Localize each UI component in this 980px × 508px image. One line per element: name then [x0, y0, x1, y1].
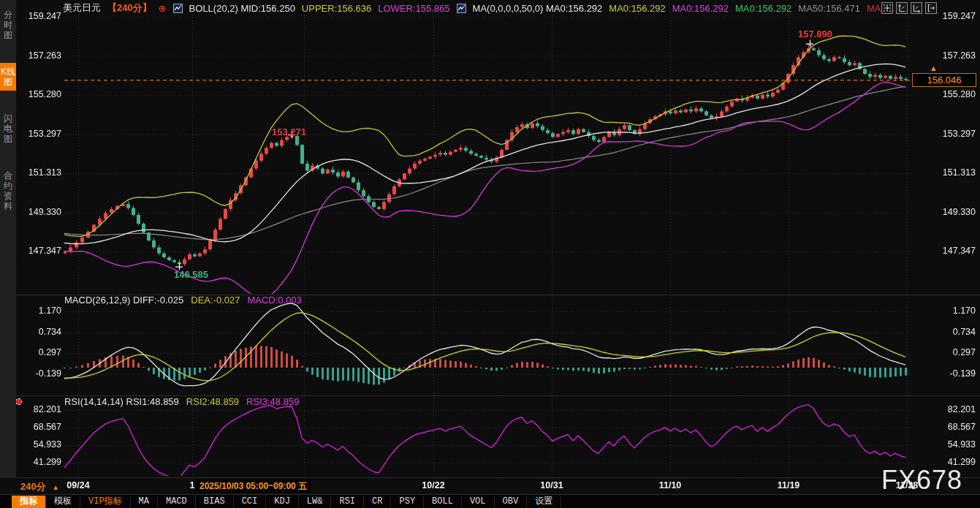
sidebar-item-3[interactable]: 合约资料 — [0, 167, 16, 215]
rsi-value: RSI3:48.859 — [246, 396, 299, 407]
rsi-header: RSI(14,14,14) RSI1:48.859RSI2:48.859RSI3… — [64, 396, 299, 407]
chart-header: 美元日元 【240分】 ⊕ BOLL(20,2) MID:156.250UPPE… — [63, 1, 894, 15]
indicator-value: BOLL(20,2) MID:156.250 — [189, 3, 295, 14]
window-buttons — [881, 2, 937, 14]
add-indicator-icon[interactable]: ⊕ — [159, 3, 167, 14]
toolbar-item-MA[interactable]: MA — [131, 496, 158, 508]
indicator-value: MA(0,0,0,0,50,0) MA0:156.292 — [473, 3, 603, 14]
timeframe-label: 240分 — [20, 481, 46, 492]
sidebar: 分时图K线图闪电图合约资料 — [0, 0, 16, 478]
price-annotation-top: 157.890 — [798, 29, 832, 39]
toolbar-item-RSI[interactable]: RSI — [331, 496, 364, 508]
app-root: 159.247159.247157.263157.263155.280155.2… — [0, 0, 980, 508]
indicator-toolbar: 指标模板VIP指标MAMACDBIASCCIKDJLW&RSICRPSYBOLL… — [0, 494, 980, 508]
crosshair-date-tooltip: 2025/10/03 05:00~09:00 五 — [196, 479, 311, 493]
macd-value: MACD(26,12,9) DIFF:-0.025 — [64, 295, 183, 306]
toolbar-item-指标[interactable]: 指标 — [12, 496, 46, 508]
recording-indicator-icon — [15, 398, 22, 405]
toolbar-item-模板[interactable]: 模板 — [46, 496, 80, 508]
indicator-value: UPPER:156.636 — [302, 3, 371, 14]
macd-value: DEA:-0.027 — [191, 295, 240, 306]
price-annotation-high: 153.271 — [272, 126, 306, 137]
watermark: FX678 — [881, 465, 962, 496]
dropdown-arrow-icon: ▲ — [52, 483, 59, 491]
indicator-value: MA50:156.471 — [798, 3, 860, 14]
toolbar-item-KDJ[interactable]: KDJ — [266, 496, 299, 508]
toolbar-item-MACD[interactable]: MACD — [158, 496, 196, 508]
x-axis-scale-icon[interactable] — [911, 2, 922, 14]
line-chart-icon[interactable] — [173, 4, 183, 13]
indicator-value: LOWER:155.865 — [378, 3, 449, 14]
macd-value: MACD:0.003 — [247, 295, 301, 306]
toolbar-item-OBV[interactable]: OBV — [495, 496, 528, 508]
toolbar-item-BOLL[interactable]: BOLL — [424, 496, 462, 508]
toolbar-item-BIAS[interactable]: BIAS — [196, 496, 234, 508]
indicator-values: BOLL(20,2) MID:156.250UPPER:156.636LOWER… — [173, 3, 894, 14]
toolbar-item-PSY[interactable]: PSY — [391, 496, 424, 508]
sidebar-item-0[interactable]: 分时图 — [0, 6, 16, 44]
sidebar-item-1[interactable]: K线图 — [0, 63, 16, 91]
toolbar-item-VIP指标[interactable]: VIP指标 — [80, 496, 131, 508]
macd-header: MACD(26,12,9) DIFF:-0.025DEA:-0.027MACD:… — [64, 295, 302, 306]
last-price-label: 156.046 — [912, 73, 976, 87]
collapse-panel-icon[interactable] — [925, 2, 937, 14]
timeframe-selector[interactable]: 240分 ▲ — [20, 480, 59, 493]
indicator-value: MA0:156.292 — [735, 3, 791, 14]
rsi-value: RSI(14,14,14) RSI1:48.859 — [64, 396, 179, 407]
rsi-value: RSI2:48.859 — [186, 396, 239, 407]
toolbar-item-LW&[interactable]: LW& — [299, 496, 332, 508]
indicator-value: MA0:156.292 — [672, 3, 729, 14]
y-axis-scale-icon[interactable] — [896, 2, 908, 14]
indicator-value: MA0:156.292 — [609, 3, 665, 14]
price-marker-arrow-icon: ▲ — [930, 64, 938, 72]
line-chart-icon[interactable] — [457, 4, 466, 13]
toolbar-item-CR[interactable]: CR — [364, 496, 391, 508]
toolbar-item-VOL[interactable]: VOL — [462, 496, 495, 508]
price-annotation-low: 146.585 — [174, 269, 208, 280]
chart-canvas[interactable] — [0, 0, 980, 508]
toolbar-item-设置[interactable]: 设置 — [527, 496, 561, 508]
toolbar-item-CCI[interactable]: CCI — [234, 496, 267, 508]
sidebar-item-2[interactable]: 闪电图 — [0, 110, 16, 148]
period-label[interactable]: 【240分】 — [107, 1, 152, 15]
pane-crosshair-icon[interactable] — [881, 2, 893, 14]
instrument-name: 美元日元 — [63, 1, 101, 15]
